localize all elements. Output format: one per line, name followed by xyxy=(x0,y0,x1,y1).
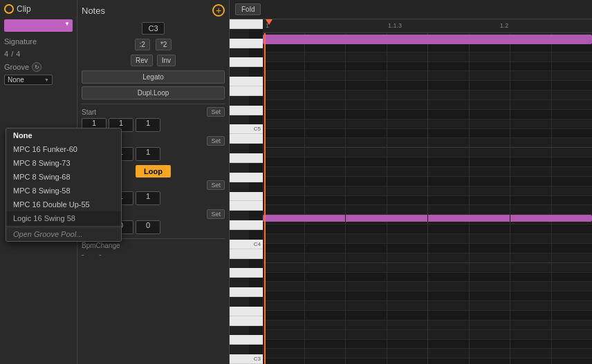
inv-button[interactable]: Inv xyxy=(157,55,176,66)
piano-key-G#4[interactable] xyxy=(230,163,249,173)
piano-key-E5[interactable] xyxy=(230,86,263,96)
signature-label: Signature xyxy=(4,37,37,46)
notes-add-button[interactable]: + xyxy=(212,4,225,17)
piano-key-A#4[interactable] xyxy=(230,144,249,153)
groove-label: Groove xyxy=(4,63,29,71)
piano-key-G#3[interactable] xyxy=(230,278,249,287)
note-divider xyxy=(427,215,428,222)
dropdown-item-mpc16doubleup[interactable]: MPC 16 Double Up-55 xyxy=(6,198,121,211)
piano-key-E3[interactable] xyxy=(230,316,263,326)
notes-note-row: C3 xyxy=(82,22,225,35)
divider-1 xyxy=(82,104,225,104)
notes-header: Notes + xyxy=(82,4,225,17)
piano-key-B3[interactable] xyxy=(230,249,263,259)
piano-key-A#5[interactable] xyxy=(230,29,249,39)
signature-values: 4 / 4 xyxy=(4,50,73,58)
piano-key-F#4[interactable] xyxy=(230,182,249,192)
vgrid-line xyxy=(510,33,510,364)
transpose-up-btn[interactable]: *2 xyxy=(156,39,172,50)
piano-key-F#3[interactable] xyxy=(230,297,249,307)
groove-row: Groove ↻ xyxy=(4,62,73,72)
dropdown-item-logic16swing[interactable]: Logic 16 Swing 58 xyxy=(6,211,121,225)
piano-key-C4[interactable]: C4 xyxy=(230,240,263,249)
piano-key-F3[interactable] xyxy=(230,307,263,316)
groove-randomize-btn[interactable]: ↻ xyxy=(32,62,41,72)
dropdown-item-mpc8swing58[interactable]: MPC 8 Swing-58 xyxy=(6,184,121,198)
groove-select[interactable]: None xyxy=(4,75,53,85)
piano-key-E4[interactable] xyxy=(230,201,263,211)
piano-key-F5[interactable] xyxy=(230,77,263,86)
piano-key-A#3[interactable] xyxy=(230,259,249,269)
piano-key-G5[interactable] xyxy=(230,57,263,67)
vgrid-line xyxy=(387,33,387,364)
signature-row: Signature xyxy=(4,37,73,46)
vgrid-line xyxy=(551,33,552,364)
piano-key-D4[interactable] xyxy=(230,220,263,230)
change-vals-row: - - xyxy=(82,251,225,258)
groove-dropdown: None MPC 16 Funker-60 MPC 8 Swing-73 MPC… xyxy=(6,128,122,242)
groove-value: None xyxy=(8,76,24,84)
piano-key-C#3[interactable] xyxy=(230,345,249,354)
piano-key-A5[interactable] xyxy=(230,39,263,48)
piano-key-F#5[interactable] xyxy=(230,67,249,77)
piano-key-B5[interactable] xyxy=(230,19,263,29)
rev-button[interactable]: Rev xyxy=(131,55,153,66)
piano-key-A4[interactable] xyxy=(230,153,263,163)
piano-key-D#3[interactable] xyxy=(230,326,249,336)
piano-key-C#4[interactable] xyxy=(230,230,249,240)
fold-button[interactable]: Fold xyxy=(235,3,261,15)
piano-keys: C5C4C3 xyxy=(230,19,263,364)
start-val-3[interactable]: 1 xyxy=(136,118,160,132)
grid-timeline: 1 1.1.3 1.2 xyxy=(263,19,592,33)
sig-slash: / xyxy=(11,50,13,58)
start-label: Start xyxy=(82,108,96,116)
piano-key-C5[interactable]: C5 xyxy=(230,124,263,134)
dropdown-item-mpc8swing68[interactable]: MPC 8 Swing-68 xyxy=(6,170,121,184)
transpose-down-btn[interactable]: :2 xyxy=(135,39,150,50)
dropdown-item-mpc16funker[interactable]: MPC 16 Funker-60 xyxy=(6,142,121,156)
piano-roll: C5C4C3 1 1.1.3 1.2 xyxy=(230,19,592,364)
notes-title: Notes xyxy=(82,6,105,16)
end-set-btn[interactable]: Set xyxy=(207,136,225,146)
vgrid-line xyxy=(427,33,428,364)
playhead-line xyxy=(264,33,266,364)
timeline-marker-113: 1.1.3 xyxy=(388,22,402,29)
notes-rev-inv-row: Rev Inv xyxy=(82,55,225,66)
loop-button[interactable]: Loop xyxy=(136,165,171,178)
change-val-2: - xyxy=(99,251,101,258)
grid-body[interactable] xyxy=(263,33,592,364)
dupl-loop-button[interactable]: Dupl.Loop xyxy=(82,86,225,99)
len-val-3[interactable]: 0 xyxy=(136,220,160,234)
clip-color-bar[interactable] xyxy=(4,19,73,32)
piano-key-D5[interactable] xyxy=(230,106,263,115)
piano-key-F4[interactable] xyxy=(230,192,263,202)
note-divider xyxy=(345,215,346,222)
timeline-marker-12: 1.2 xyxy=(500,22,509,29)
length-set-btn[interactable]: Set xyxy=(207,209,225,219)
dropdown-item-none[interactable]: None xyxy=(6,128,121,142)
piano-key-A3[interactable] xyxy=(230,268,263,278)
piano-key-B4[interactable] xyxy=(230,134,263,144)
clip-icon xyxy=(4,4,14,14)
dropdown-item-mpc8swing73[interactable]: MPC 8 Swing-73 xyxy=(6,156,121,170)
main-area: Fold C5C4C3 1 1.1.3 1.2 xyxy=(230,0,592,364)
piano-key-D#5[interactable] xyxy=(230,96,249,106)
clip-title: Clip xyxy=(17,4,31,14)
piano-key-G3[interactable] xyxy=(230,287,263,297)
top-clip-bar xyxy=(263,35,592,44)
notes-transpose-row: :2 *2 xyxy=(82,39,225,50)
piano-key-G#5[interactable] xyxy=(230,48,249,58)
vgrid-line xyxy=(345,33,346,364)
pos-val-3[interactable]: 1 xyxy=(136,191,160,205)
piano-key-C#5[interactable] xyxy=(230,115,249,125)
start-set-btn[interactable]: Set xyxy=(207,107,225,117)
position-set-btn[interactable]: Set xyxy=(207,180,225,190)
piano-key-D#4[interactable] xyxy=(230,211,249,220)
legato-button[interactable]: Legato xyxy=(82,70,225,84)
piano-key-G4[interactable] xyxy=(230,173,263,182)
piano-key-C3[interactable]: C3 xyxy=(230,354,263,364)
dropdown-open-pool[interactable]: Open Groove Pool... xyxy=(6,227,121,241)
piano-key-D3[interactable] xyxy=(230,335,263,345)
fold-header: Fold xyxy=(230,0,592,19)
end-val-3[interactable]: 1 xyxy=(136,147,160,161)
